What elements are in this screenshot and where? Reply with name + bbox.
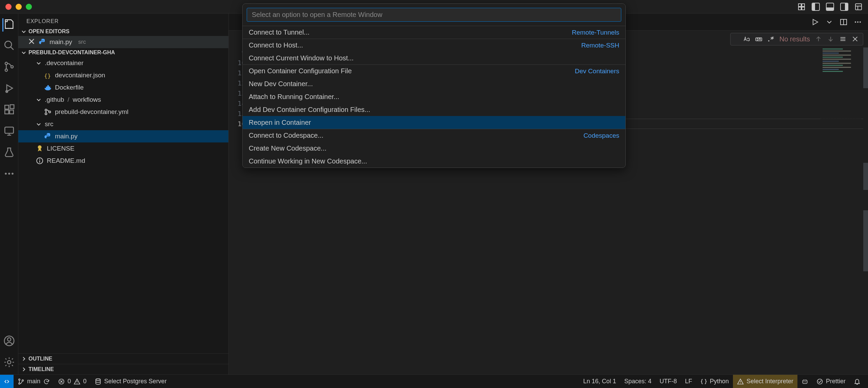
svg-rect-0 — [798, 4, 801, 6]
quickpick-item[interactable]: Create New Codespace... — [243, 142, 625, 155]
close-icon[interactable] — [28, 38, 35, 47]
toggle-sidebar-icon[interactable] — [812, 3, 820, 11]
explorer-activity-icon[interactable] — [2, 18, 15, 32]
extensions-activity-icon[interactable] — [3, 104, 15, 117]
find-selection-icon[interactable] — [839, 35, 847, 43]
error-count: 0 — [68, 378, 71, 385]
file-main-py[interactable]: main.py — [18, 130, 228, 142]
quickpick-item[interactable]: New Dev Container... — [243, 77, 625, 90]
more-activity-icon[interactable] — [3, 168, 15, 181]
customize-layout-icon[interactable] — [854, 3, 863, 11]
svg-point-43 — [855, 21, 856, 23]
quickpick-item[interactable]: Reopen in Container — [243, 116, 625, 129]
cursor-position-status[interactable]: Ln 16, Col 1 — [579, 375, 620, 388]
postgres-server-label: Select Postgres Server — [104, 378, 167, 385]
quickpick-item[interactable]: Open Container Configuration FileDev Con… — [243, 64, 625, 77]
folder-devcontainer[interactable]: .devcontainer — [18, 57, 228, 69]
quickpick-item[interactable]: Connect to Codespace...Codespaces — [243, 129, 625, 142]
open-editors-label: OPEN EDITORS — [29, 28, 70, 35]
file-readme[interactable]: README.md — [18, 155, 228, 167]
accounts-activity-icon[interactable] — [3, 335, 15, 348]
json-file-icon: {} — [44, 72, 52, 79]
overview-ruler[interactable] — [863, 47, 868, 374]
quickpick-item-label: Attach to Running Container... — [249, 93, 339, 101]
sync-icon[interactable] — [43, 378, 50, 385]
quickpick-input[interactable] — [252, 11, 616, 19]
bell-icon — [854, 378, 861, 385]
find-prev-icon[interactable] — [815, 35, 822, 43]
match-case-icon[interactable] — [743, 35, 750, 43]
toggle-right-sidebar-icon[interactable] — [840, 3, 848, 11]
window-close-button[interactable] — [5, 4, 12, 10]
source-control-activity-icon[interactable] — [3, 61, 15, 74]
outline-section[interactable]: OUTLINE — [18, 353, 228, 364]
find-close-icon[interactable] — [851, 35, 859, 43]
quickpick-item[interactable]: Attach to Running Container... — [243, 90, 625, 103]
search-activity-icon[interactable] — [3, 40, 15, 53]
prettier-status[interactable]: Prettier — [812, 375, 850, 388]
select-interpreter-status[interactable]: Select Interpreter — [733, 375, 797, 388]
prettier-check-icon — [816, 378, 823, 385]
quickpick-item[interactable]: Add Dev Container Configuration Files... — [243, 103, 625, 116]
regex-icon[interactable] — [767, 35, 775, 43]
testing-activity-icon[interactable] — [3, 147, 15, 160]
match-word-icon[interactable] — [755, 35, 762, 43]
file-label: devcontainer.json — [55, 72, 105, 79]
indent-status[interactable]: Spaces: 4 — [620, 375, 656, 388]
workspace-section[interactable]: PREBUILD-DEVCONTAINER-GHA — [18, 48, 228, 57]
problems-status[interactable]: 0 0 — [54, 375, 91, 388]
file-prebuild-yml[interactable]: prebuild-devcontainer.yml — [18, 106, 228, 118]
quickpick-item[interactable]: Continue Working in New Codespace... — [243, 155, 625, 168]
open-editors-section[interactable]: OPEN EDITORS — [18, 27, 228, 36]
quickpick-item[interactable]: Connect to Host...Remote-SSH — [243, 39, 625, 52]
postgres-server-status[interactable]: Select Postgres Server — [91, 375, 171, 388]
split-editor-icon[interactable] — [839, 18, 848, 26]
find-widget[interactable]: No results — [730, 33, 863, 45]
timeline-section[interactable]: TIMELINE — [18, 364, 228, 374]
file-dockerfile[interactable]: Dockerfile — [18, 81, 228, 94]
quickpick-item-label: Add Dev Container Configuration Files... — [249, 106, 370, 114]
activity-bar — [0, 14, 18, 374]
svg-point-33 — [45, 113, 47, 115]
yaml-file-icon — [44, 108, 52, 116]
quickpick-item[interactable]: Connect to Tunnel...Remote-Tunnels — [243, 26, 625, 39]
file-label: README.md — [47, 157, 85, 164]
folder-src[interactable]: src — [18, 118, 228, 130]
remote-window-quickpick[interactable]: Connect to Tunnel...Remote-TunnelsConnec… — [242, 3, 626, 168]
svg-point-47 — [768, 40, 770, 42]
open-editor-item[interactable]: main.py src — [18, 36, 228, 48]
file-label: main.py — [55, 133, 78, 140]
more-actions-icon[interactable] — [854, 18, 862, 26]
file-license[interactable]: LICENSE — [18, 142, 228, 155]
timeline-label: TIMELINE — [29, 366, 54, 372]
svg-point-39 — [39, 159, 40, 160]
window-maximize-button[interactable] — [26, 4, 32, 10]
settings-activity-icon[interactable] — [3, 356, 15, 370]
window-minimize-button[interactable] — [16, 4, 22, 10]
layout-toggle-grid-icon[interactable] — [797, 3, 806, 11]
explorer-sidebar: EXPLORER OPEN EDITORS main.py src PREBUI… — [18, 14, 229, 374]
run-icon[interactable] — [811, 18, 819, 26]
run-dropdown-icon[interactable] — [825, 18, 833, 26]
svg-point-62 — [77, 383, 77, 384]
run-debug-activity-icon[interactable] — [3, 82, 15, 96]
quickpick-item-label: Open Container Configuration File — [249, 67, 352, 75]
git-branch-status[interactable]: main — [14, 375, 54, 388]
quickpick-item[interactable]: Connect Current Window to Host... — [243, 52, 625, 64]
encoding-status[interactable]: UTF-8 — [656, 375, 681, 388]
copilot-status[interactable] — [797, 375, 812, 388]
toggle-panel-icon[interactable] — [826, 3, 834, 11]
folder-github-workflows[interactable]: .github / workflows — [18, 94, 228, 106]
notifications-status[interactable] — [850, 375, 865, 388]
file-devcontainer-json[interactable]: {} devcontainer.json — [18, 69, 228, 81]
eol-status[interactable]: LF — [681, 375, 696, 388]
chevron-right-icon — [21, 356, 26, 362]
folder-label: src — [45, 120, 53, 128]
python-file-icon — [39, 38, 46, 46]
language-mode-status[interactable]: Python — [696, 375, 733, 388]
remote-explorer-activity-icon[interactable] — [3, 125, 15, 138]
find-input[interactable] — [735, 37, 738, 42]
remote-indicator[interactable] — [0, 375, 14, 388]
find-next-icon[interactable] — [827, 35, 834, 43]
minimap[interactable] — [820, 47, 861, 122]
